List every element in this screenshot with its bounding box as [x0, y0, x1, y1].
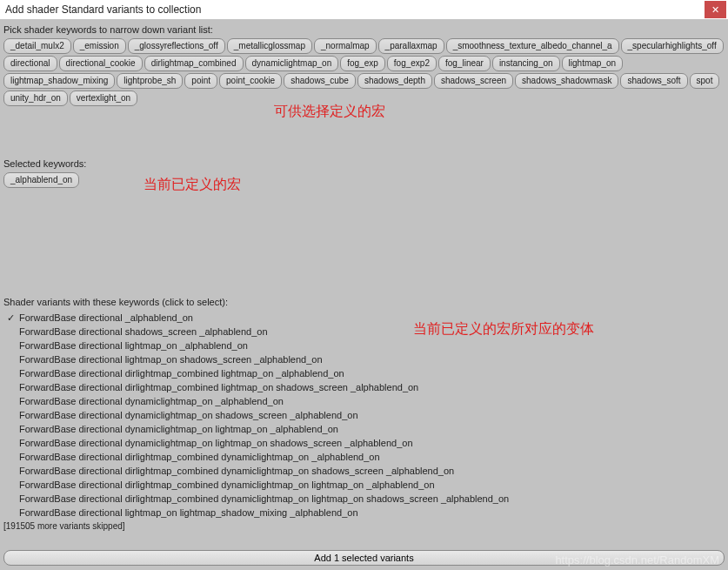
keyword-shadows_depth[interactable]: shadows_depth: [357, 73, 432, 89]
keyword-point_cookie[interactable]: point_cookie: [219, 73, 282, 89]
variant-row[interactable]: ForwardBase directional lightmap_on _alp…: [3, 339, 725, 352]
keyword-directional_cookie[interactable]: directional_cookie: [59, 56, 143, 71]
keyword-fog_exp[interactable]: fog_exp: [340, 56, 385, 71]
keyword-_parallaxmap[interactable]: _parallaxmap: [378, 38, 444, 54]
keyword-_smoothness_texture_albedo_channel_a[interactable]: _smoothness_texture_albedo_channel_a: [446, 38, 619, 54]
variant-row[interactable]: ForwardBase directional dynamiclightmap_…: [3, 436, 725, 450]
keyword-shadows_shadowmask[interactable]: shadows_shadowmask: [515, 73, 618, 89]
keyword-dirlightmap_combined[interactable]: dirlightmap_combined: [144, 56, 244, 71]
variant-row[interactable]: ForwardBase directional dirlightmap_comb…: [3, 380, 725, 394]
close-icon: ✕: [711, 4, 719, 16]
variant-row[interactable]: ForwardBase directional dirlightmap_comb…: [3, 464, 725, 478]
window-title: Add shader Standard variants to collecti…: [5, 3, 705, 16]
variant-row[interactable]: ForwardBase directional dynamiclightmap_…: [3, 408, 725, 422]
variant-row[interactable]: ForwardBase directional _alphablend_on: [3, 311, 725, 325]
keyword-spot[interactable]: spot: [690, 73, 720, 89]
keyword-unity_hdr_on[interactable]: unity_hdr_on: [3, 91, 68, 106]
keyword-fog_linear[interactable]: fog_linear: [438, 56, 491, 71]
title-bar: Add shader Standard variants to collecti…: [0, 0, 728, 19]
keyword-directional[interactable]: directional: [3, 56, 57, 71]
keyword-lightmap_shadow_mixing[interactable]: lightmap_shadow_mixing: [3, 73, 115, 89]
keyword-shadows_screen[interactable]: shadows_screen: [434, 73, 513, 89]
keyword-shadows_soft[interactable]: shadows_soft: [620, 73, 687, 89]
variant-row[interactable]: ForwardBase directional dirlightmap_comb…: [3, 478, 725, 492]
variant-row[interactable]: ForwardBase directional dynamiclightmap_…: [3, 422, 725, 436]
keyword-_normalmap[interactable]: _normalmap: [314, 38, 377, 54]
selected-keywords-label: Selected keywords:: [0, 153, 728, 172]
add-variants-button[interactable]: Add 1 selected variants: [3, 550, 725, 566]
keyword-shadows_cube[interactable]: shadows_cube: [284, 73, 356, 89]
keyword-lightprobe_sh[interactable]: lightprobe_sh: [117, 73, 183, 89]
keyword-instancing_on[interactable]: instancing_on: [492, 56, 560, 71]
variant-row[interactable]: ForwardBase directional dirlightmap_comb…: [3, 366, 725, 380]
selected-keyword-_alphablend_on[interactable]: _alphablend_on: [3, 172, 79, 188]
variant-row[interactable]: ForwardBase directional dirlightmap_comb…: [3, 450, 725, 464]
keyword-point[interactable]: point: [184, 73, 217, 89]
variant-row[interactable]: ForwardBase directional dirlightmap_comb…: [3, 492, 725, 506]
close-button[interactable]: ✕: [705, 1, 726, 18]
keyword-vertexlight_on[interactable]: vertexlight_on: [70, 91, 137, 106]
selected-keywords-container: _alphablend_on: [0, 172, 728, 191]
variant-row[interactable]: ForwardBase directional shadows_screen _…: [3, 325, 725, 339]
bottom-bar: Add 1 selected variants: [3, 550, 725, 566]
variant-list: ForwardBase directional _alphablend_onFo…: [0, 311, 728, 520]
pick-keywords-label: Pick shader keywords to narrow down vari…: [0, 19, 728, 38]
keyword-_detail_mulx2[interactable]: _detail_mulx2: [3, 38, 71, 54]
keyword-_glossyreflections_off[interactable]: _glossyreflections_off: [128, 38, 225, 54]
variant-row[interactable]: ForwardBase directional lightmap_on shad…: [3, 352, 725, 366]
keyword-fog_exp2[interactable]: fog_exp2: [387, 56, 437, 71]
variants-label: Shader variants with these keywords (cli…: [0, 292, 728, 311]
variant-row[interactable]: ForwardBase directional lightmap_on ligh…: [3, 506, 725, 520]
keyword-lightmap_on[interactable]: lightmap_on: [562, 56, 623, 71]
keyword-_specularhighlights_off[interactable]: _specularhighlights_off: [621, 38, 724, 54]
keyword-dynamiclightmap_on[interactable]: dynamiclightmap_on: [245, 56, 339, 71]
pick-keywords-container: _detail_mulx2_emission_glossyreflections…: [0, 38, 728, 110]
variants-skipped: [191505 more variants skipped]: [0, 520, 728, 533]
keyword-_metallicglossmap[interactable]: _metallicglossmap: [227, 38, 312, 54]
variant-row[interactable]: ForwardBase directional dynamiclightmap_…: [3, 394, 725, 408]
keyword-_emission[interactable]: _emission: [73, 38, 126, 54]
